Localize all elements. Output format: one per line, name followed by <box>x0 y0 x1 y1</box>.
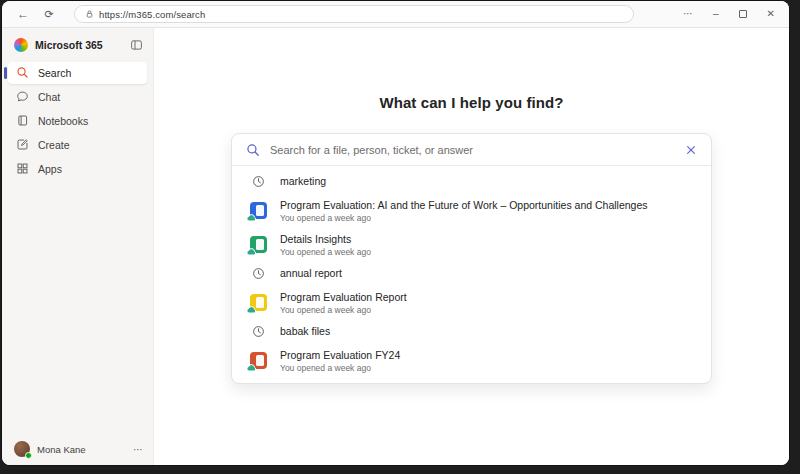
suggestion-title: babak files <box>280 323 330 339</box>
search-icon <box>16 66 29 81</box>
create-icon <box>16 138 29 153</box>
suggestion-row[interactable]: babak files <box>232 319 711 343</box>
brand-row: Microsoft 365 <box>2 34 153 60</box>
suggestion-row[interactable]: Program Evaluation ReportYou opened a we… <box>232 285 711 319</box>
suggestion-row[interactable]: annual report <box>232 261 711 285</box>
yellow-doc-file-icon <box>250 294 267 311</box>
browser-chrome: ← ⟳ https://m365.com/search ⋯ – ✕ <box>2 1 789 28</box>
minimize-button[interactable]: – <box>713 9 719 19</box>
sidebar-item-create[interactable]: Create <box>8 134 147 156</box>
window-controls: ⋯ – ✕ <box>683 9 775 19</box>
search-input[interactable] <box>270 134 675 165</box>
avatar <box>14 441 30 457</box>
suggestion-title: Details Insights <box>280 231 371 247</box>
suggestion-subtitle: You opened a week ago <box>280 363 400 373</box>
suggestion-subtitle: You opened a week ago <box>280 213 648 223</box>
sidebar-item-label: Notebooks <box>38 115 88 127</box>
address-bar[interactable]: https://m365.com/search <box>74 5 634 23</box>
powerpoint-file-icon <box>250 352 267 369</box>
word-file-icon <box>250 202 267 219</box>
history-icon <box>252 267 265 280</box>
suggestion-subtitle: You opened a week ago <box>280 247 371 257</box>
history-icon <box>252 325 265 338</box>
notebooks-icon <box>16 114 29 129</box>
suggestion-subtitle: You opened a week ago <box>280 305 407 315</box>
suggestion-title: Program Evaluation FY24 <box>280 347 400 363</box>
sidebar-item-label: Create <box>38 139 70 151</box>
clear-search-icon[interactable] <box>685 144 697 156</box>
sidebar-item-notebooks[interactable]: Notebooks <box>8 110 147 132</box>
sidebar-item-label: Apps <box>38 163 62 175</box>
suggestion-row[interactable]: Program Evaluation: AI and the Future of… <box>232 193 711 227</box>
microsoft-365-logo-icon <box>14 38 28 52</box>
apps-icon <box>16 162 29 177</box>
browser-window: ← ⟳ https://m365.com/search ⋯ – ✕ Micros… <box>2 1 789 465</box>
sidebar-item-label: Search <box>38 67 71 79</box>
page-title: What can I help you find? <box>154 94 789 111</box>
sidebar-item-chat[interactable]: Chat <box>8 86 147 108</box>
user-more-button[interactable]: ⋯ <box>133 444 143 455</box>
suggestion-list: marketing Program Evaluation: AI and the… <box>232 166 711 383</box>
chat-icon <box>16 90 29 105</box>
suggestion-row[interactable]: marketing <box>232 169 711 193</box>
suggestion-title: Program Evaluation Report <box>280 289 407 305</box>
back-button[interactable]: ← <box>14 8 32 20</box>
history-icon <box>252 175 265 188</box>
brand-label: Microsoft 365 <box>35 39 123 51</box>
browser-menu-button[interactable]: ⋯ <box>683 9 693 19</box>
sidebar: Microsoft 365 SearchChatNotebooksCreateA… <box>2 28 154 465</box>
suggestion-row[interactable]: Details InsightsYou opened a week ago <box>232 227 711 261</box>
reload-button[interactable]: ⟳ <box>40 9 58 20</box>
excel-file-icon <box>250 236 267 253</box>
collapse-sidebar-icon[interactable] <box>130 39 143 51</box>
url-text: https://m365.com/search <box>99 9 205 20</box>
sidebar-item-search[interactable]: Search <box>8 62 147 84</box>
user-row[interactable]: Mona Kane ⋯ <box>2 435 153 465</box>
suggestion-row[interactable]: Program Evaluation FY24You opened a week… <box>232 343 711 377</box>
sidebar-item-label: Chat <box>38 91 60 103</box>
user-name: Mona Kane <box>37 444 126 455</box>
presence-available-icon <box>25 452 32 459</box>
sidebar-item-apps[interactable]: Apps <box>8 158 147 180</box>
maximize-button[interactable] <box>739 10 747 18</box>
lock-icon <box>85 9 94 19</box>
sidebar-nav: SearchChatNotebooksCreateApps <box>2 60 153 182</box>
main-content: What can I help you find? marketing Prog… <box>154 28 789 465</box>
close-button[interactable]: ✕ <box>767 9 775 19</box>
search-icon <box>246 143 260 157</box>
suggestion-title: annual report <box>280 265 342 281</box>
search-box <box>232 134 711 165</box>
suggestion-title: marketing <box>280 173 326 189</box>
search-card: marketing Program Evaluation: AI and the… <box>231 133 712 384</box>
suggestion-title: Program Evaluation: AI and the Future of… <box>280 197 648 213</box>
